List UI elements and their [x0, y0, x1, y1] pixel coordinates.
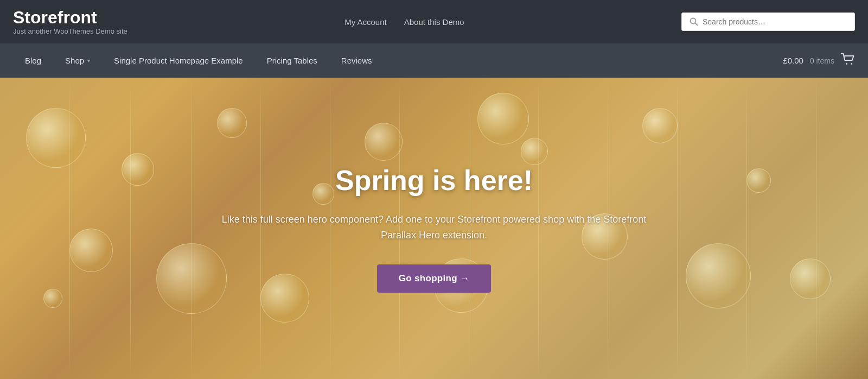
search-icon: [690, 17, 698, 26]
search-input[interactable]: [703, 17, 847, 26]
cart-area[interactable]: £0.00 0 items: [783, 53, 855, 68]
go-shopping-button[interactable]: Go shopping →: [377, 264, 491, 293]
hero-title: Spring is here!: [212, 164, 656, 197]
hero-content: Spring is here! Like this full screen he…: [190, 164, 678, 293]
nav-link-shop[interactable]: Shop ▾: [53, 43, 102, 78]
hero-subtitle: Like this full screen hero component? Ad…: [212, 212, 656, 243]
svg-line-1: [695, 23, 698, 26]
cart-price: £0.00: [783, 56, 803, 65]
nav-link-reviews[interactable]: Reviews: [329, 43, 384, 78]
top-bar: Storefront Just another WooThemes Demo s…: [0, 0, 868, 43]
nav-link-single-product[interactable]: Single Product Homepage Example: [102, 43, 255, 78]
nav-link-pricing-tables[interactable]: Pricing Tables: [255, 43, 329, 78]
cart-items-count: 0 items: [810, 56, 834, 65]
nav-link-my-account[interactable]: My Account: [344, 17, 387, 27]
site-title[interactable]: Storefront: [13, 8, 127, 27]
hero-section: Spring is here! Like this full screen he…: [0, 78, 868, 379]
search-box: [681, 12, 855, 31]
nav-link-about-demo[interactable]: About this Demo: [404, 17, 464, 27]
svg-point-2: [846, 63, 847, 65]
site-subtitle: Just another WooThemes Demo site: [13, 27, 127, 35]
nav-links: Blog Shop ▾ Single Product Homepage Exam…: [13, 43, 384, 78]
nav-bar: Blog Shop ▾ Single Product Homepage Exam…: [0, 43, 868, 78]
svg-point-3: [851, 63, 852, 65]
nav-link-blog[interactable]: Blog: [13, 43, 53, 78]
cart-icon: [841, 53, 855, 68]
top-nav: My Account About this Demo: [344, 17, 464, 27]
nav-link-shop-label: Shop: [65, 56, 84, 65]
chevron-down-icon: ▾: [87, 58, 90, 64]
brand-block: Storefront Just another WooThemes Demo s…: [13, 8, 127, 35]
